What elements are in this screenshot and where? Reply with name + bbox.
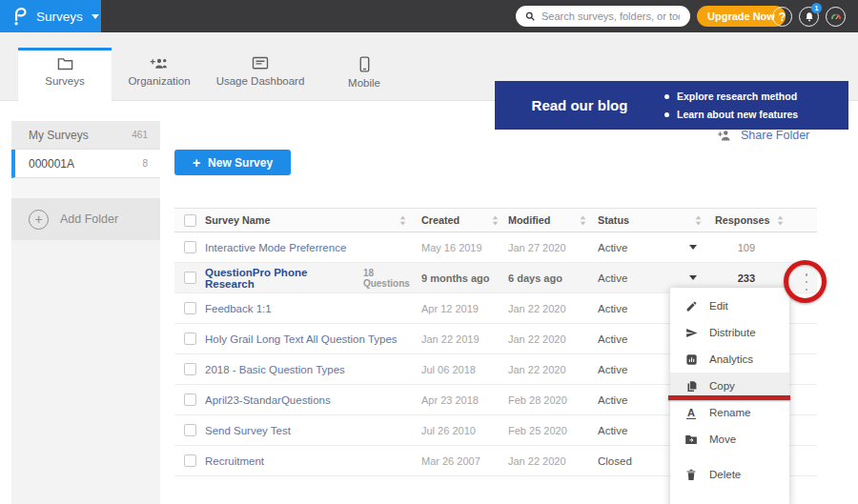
add-folder-button[interactable]: + Add Folder	[11, 198, 160, 240]
paper-plane-icon	[684, 327, 698, 339]
new-survey-button[interactable]: + New Survey	[174, 150, 291, 175]
column-header-survey-name: Survey Name	[205, 214, 421, 226]
status-dropdown-caret-icon[interactable]	[689, 245, 697, 250]
modified-cell: Jan 22 2020	[508, 333, 598, 345]
menu-item-distribute[interactable]: Distribute	[670, 319, 789, 346]
sidebar-folder-item[interactable]: My Surveys461	[11, 121, 160, 150]
sidebar-folder-item[interactable]: 000001A8	[11, 150, 160, 178]
column-header-modified: Modified	[508, 214, 598, 226]
column-header-label: Modified	[508, 214, 550, 226]
sort-icon[interactable]	[695, 215, 702, 226]
modified-cell: Jan 22 2020	[508, 364, 598, 375]
modified-cell: Jan 22 2020	[508, 303, 598, 314]
row-checkbox[interactable]	[184, 302, 196, 314]
blog-banner[interactable]: Read our blog Explore research methodLea…	[495, 81, 848, 130]
sort-icon[interactable]	[492, 215, 499, 226]
bell-icon	[804, 11, 815, 23]
blog-banner-bullets: Explore research methodLearn about new f…	[664, 88, 798, 124]
tab-label: Organization	[128, 75, 190, 87]
status-dropdown-cell	[683, 275, 704, 280]
sidebar-spacer	[11, 178, 160, 198]
modified-cell: Feb 28 2020	[508, 394, 598, 406]
search-input[interactable]	[541, 10, 680, 22]
row-checkbox-cell	[174, 333, 205, 345]
menu-item-edit[interactable]: Edit	[670, 292, 789, 319]
row-checkbox[interactable]	[184, 393, 196, 406]
tab-usage-dashboard[interactable]: Usage Dashboard	[207, 48, 314, 101]
modified-cell: 6 days ago	[508, 272, 598, 284]
status-cell: Active	[598, 272, 683, 284]
annotation-red-circle	[784, 260, 827, 303]
blog-banner-title[interactable]: Read our blog	[495, 97, 664, 113]
menu-item-label: Move	[709, 433, 736, 445]
menu-item-delete[interactable]: Delete	[670, 461, 789, 488]
column-header-status: Status	[598, 214, 707, 226]
survey-name-link[interactable]: Holy Grail Long Text All Question Types	[205, 333, 398, 345]
created-cell: 9 months ago	[421, 272, 508, 284]
row-checkbox[interactable]	[184, 241, 196, 253]
survey-name-link[interactable]: Feedback 1:1	[205, 303, 272, 314]
survey-name-link[interactable]: QuestionPro Phone Research	[205, 267, 356, 290]
top-bar: Surveys Upgrade Now ? 1	[0, 0, 858, 32]
tabs: SurveysOrganizationUsage DashboardMobile	[18, 48, 415, 101]
menu-item-move[interactable]: Move	[670, 426, 789, 453]
analytics-icon	[684, 353, 698, 366]
notifications-button[interactable]: 1	[799, 7, 819, 27]
tab-label: Mobile	[348, 77, 380, 89]
app-switcher[interactable]: Surveys	[0, 0, 101, 32]
usage-meter-button[interactable]	[826, 7, 846, 27]
survey-name-link[interactable]: 2018 - Basic Question Types	[205, 364, 345, 375]
status-dropdown-caret-icon[interactable]	[689, 275, 697, 280]
responses-cell: 233	[704, 272, 770, 284]
menu-item-rename[interactable]: ARename	[670, 399, 789, 426]
folder-label: My Surveys	[29, 129, 89, 142]
select-all-checkbox[interactable]	[184, 214, 196, 227]
survey-name-cell: April23-StandarQuestions	[205, 394, 421, 406]
tab-mobile[interactable]: Mobile	[314, 48, 415, 101]
row-checkbox-cell	[174, 424, 205, 436]
row-checkbox[interactable]	[184, 333, 196, 345]
status-dropdown-cell	[683, 245, 704, 250]
row-checkbox[interactable]	[184, 363, 196, 375]
created-cell: Jul 26 2010	[421, 425, 508, 436]
notification-count-badge: 1	[811, 3, 822, 13]
survey-name-cell: Feedback 1:1	[205, 303, 421, 314]
move-icon	[684, 433, 698, 445]
row-checkbox[interactable]	[184, 424, 196, 436]
survey-name-link[interactable]: Interactive Mode Preferrence	[205, 242, 346, 253]
column-header-label: Created	[421, 214, 460, 226]
global-search[interactable]	[516, 6, 690, 27]
folder-label: 000001A	[29, 157, 74, 171]
help-button[interactable]: ?	[772, 7, 792, 27]
column-header-label: Responses	[715, 214, 770, 226]
survey-name-link[interactable]: Recruitment	[205, 455, 264, 467]
menu-item-label: Distribute	[709, 327, 756, 338]
menu-item-label: Delete	[709, 469, 741, 480]
share-folder-button[interactable]: Share Folder	[717, 129, 809, 142]
tab-surveys[interactable]: Surveys	[18, 48, 112, 101]
sort-icon[interactable]	[399, 215, 406, 226]
row-checkbox[interactable]	[184, 454, 196, 467]
created-cell: Jan 22 2019	[421, 333, 508, 345]
row-checkbox[interactable]	[184, 272, 196, 284]
trash-icon	[684, 469, 698, 481]
sort-icon[interactable]	[777, 215, 784, 226]
question-mark-icon: ?	[779, 10, 786, 24]
folder-count: 8	[142, 158, 148, 169]
survey-name-link[interactable]: April23-StandarQuestions	[205, 394, 331, 406]
menu-item-analytics[interactable]: Analytics	[670, 346, 789, 373]
tab-organization[interactable]: Organization	[112, 48, 207, 101]
tab-strip: SurveysOrganizationUsage DashboardMobile…	[0, 32, 858, 101]
survey-name-cell: Recruitment	[205, 455, 421, 467]
tab-label: Surveys	[45, 75, 85, 87]
created-cell: Apr 23 2018	[421, 394, 508, 406]
survey-name-link[interactable]: Send Survey Test	[205, 425, 291, 436]
column-header-label: Survey Name	[205, 214, 270, 226]
table-row: Interactive Mode PreferrenceMay 16 2019J…	[174, 232, 817, 263]
row-checkbox-cell	[174, 272, 205, 284]
add-folder-label: Add Folder	[60, 212, 118, 226]
annotation-red-underline	[668, 395, 790, 400]
created-cell: Mar 26 2007	[421, 455, 508, 467]
modified-cell: Feb 25 2020	[508, 425, 598, 436]
sort-icon[interactable]	[580, 215, 586, 226]
